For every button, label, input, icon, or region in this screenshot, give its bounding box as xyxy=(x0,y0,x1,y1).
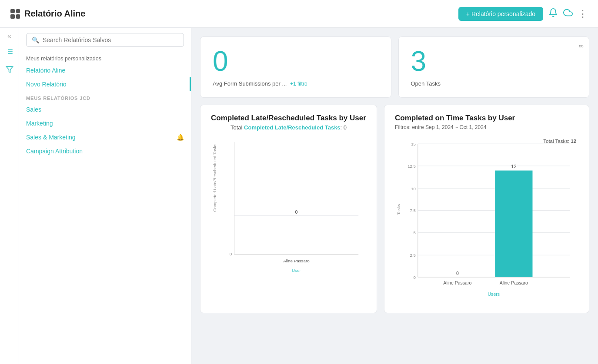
sidebar-item-novo-relatorio[interactable]: Novo Relatório xyxy=(19,77,191,91)
stat-card-avg-form: 0 Avg Form Submissions per ... +1 filtro xyxy=(200,36,391,98)
cloud-icon[interactable] xyxy=(563,8,573,20)
search-box[interactable]: 🔍 xyxy=(26,33,184,47)
svg-text:Aline Passaro: Aline Passaro xyxy=(443,280,471,285)
sidebar-item-label: Relatório Aline xyxy=(26,67,65,74)
svg-text:User: User xyxy=(292,268,301,273)
svg-text:Users: Users xyxy=(488,291,500,297)
svg-text:7.5: 7.5 xyxy=(410,208,416,213)
chart-total-late: Total Completed Late/Rescheduled Tasks: … xyxy=(211,124,366,131)
sidebar-panel: 🔍 Meus relatórios personalizados Relatór… xyxy=(19,28,191,364)
stat-value-avg-form: 0 xyxy=(213,47,228,75)
sidebar-item-label: Sales xyxy=(26,106,41,113)
svg-text:12.5: 12.5 xyxy=(408,164,416,169)
svg-text:Completed Late/Rescheduled Tas: Completed Late/Rescheduled Tasks xyxy=(213,144,217,212)
sidebar-item-sales-marketing[interactable]: Sales & Marketing 🔔 xyxy=(19,130,191,144)
chart-on-time: Completed on Time Tasks by User Filtros:… xyxy=(384,105,589,313)
svg-text:Total Tasks: 12: Total Tasks: 12 xyxy=(543,139,576,144)
svg-text:0: 0 xyxy=(414,275,416,280)
sidebar-item-campaign-attribution[interactable]: Campaign Attribution xyxy=(19,144,191,158)
svg-text:5: 5 xyxy=(414,230,416,235)
main-layout: « 🔍 Meus relatórios personalizados Relat… xyxy=(0,28,598,364)
svg-text:0: 0 xyxy=(456,271,459,276)
list-icon[interactable] xyxy=(6,48,13,58)
jcd-section-title: MEUS RELATÓRIOS JCD xyxy=(19,91,191,103)
more-options-icon[interactable]: ⋮ xyxy=(578,8,588,20)
sidebar-item-label: Marketing xyxy=(26,120,53,127)
svg-text:0: 0 xyxy=(295,209,297,215)
stat-label-avg-form: Avg Form Submissions per ... +1 filtro xyxy=(213,80,307,87)
chart-title-late: Completed Late/Rescheduled Tasks by User xyxy=(211,114,366,122)
chart-svg-ontime: Total Tasks: 12 15 12.5 10 7.5 5 2.5 0 T… xyxy=(395,136,578,302)
app-logo-icon xyxy=(10,9,20,19)
bell-small-icon[interactable]: 🔔 xyxy=(177,134,184,141)
stat-cards-row: 0 Avg Form Submissions per ... +1 filtro… xyxy=(200,36,589,98)
sidebar-wrapper: « 🔍 Meus relatórios personalizados Relat… xyxy=(0,28,191,364)
svg-text:2.5: 2.5 xyxy=(410,253,416,258)
search-input[interactable] xyxy=(43,36,178,43)
header: Relatório Aline + Relatório personalizad… xyxy=(0,0,598,28)
charts-row: Completed Late/Rescheduled Tasks by User… xyxy=(200,105,589,313)
svg-text:Tasks: Tasks xyxy=(396,204,401,215)
stat-card-open-tasks: ∞ 3 Open Tasks xyxy=(398,36,590,98)
stat-value-open-tasks: 3 xyxy=(411,47,427,75)
sidebar-item-label: Novo Relatório xyxy=(26,81,67,88)
sidebar-item-label: Sales & Marketing xyxy=(26,134,76,141)
svg-text:10: 10 xyxy=(411,186,416,191)
chart-title-ontime: Completed on Time Tasks by User xyxy=(395,114,578,122)
my-reports-section-label: Meus relatórios personalizados xyxy=(19,52,191,63)
svg-text:Aline Passaro: Aline Passaro xyxy=(283,258,310,263)
svg-marker-6 xyxy=(6,66,13,73)
sidebar-item-label: Campaign Attribution xyxy=(26,148,83,155)
chart-subtitle-ontime: Filtros: entre Sep 1, 2024 ~ Oct 1, 2024 xyxy=(395,124,578,130)
sidebar-item-marketing[interactable]: Marketing xyxy=(19,116,191,130)
svg-text:15: 15 xyxy=(411,142,416,146)
header-right: + Relatório personalizado ⋮ xyxy=(458,7,588,21)
svg-text:0: 0 xyxy=(230,251,232,256)
chart-late-rescheduled: Completed Late/Rescheduled Tasks by User… xyxy=(200,105,377,313)
collapse-icon[interactable]: « xyxy=(7,32,11,40)
sidebar-item-sales[interactable]: Sales xyxy=(19,103,191,116)
new-report-button[interactable]: + Relatório personalizado xyxy=(458,7,543,21)
header-left: Relatório Aline xyxy=(10,9,85,19)
svg-text:12: 12 xyxy=(511,164,517,169)
chart-svg-late: Completed Late/Rescheduled Tasks 0 0 Ali… xyxy=(211,134,366,281)
page-title: Relatório Aline xyxy=(24,9,85,19)
bell-icon[interactable] xyxy=(548,8,558,20)
sidebar-icon-rail: « xyxy=(0,28,19,364)
svg-text:Aline Passaro: Aline Passaro xyxy=(500,280,528,285)
stat-label-open-tasks: Open Tasks xyxy=(411,80,441,87)
bar-user2 xyxy=(495,171,532,278)
content-area: 0 Avg Form Submissions per ... +1 filtro… xyxy=(191,28,598,364)
card-dots-menu[interactable]: ∞ xyxy=(579,42,584,50)
stat-filter: +1 filtro xyxy=(290,81,307,87)
filter-icon[interactable] xyxy=(6,66,13,76)
sidebar-item-relatorio-aline[interactable]: Relatório Aline xyxy=(19,63,191,77)
search-icon: 🔍 xyxy=(32,36,39,43)
